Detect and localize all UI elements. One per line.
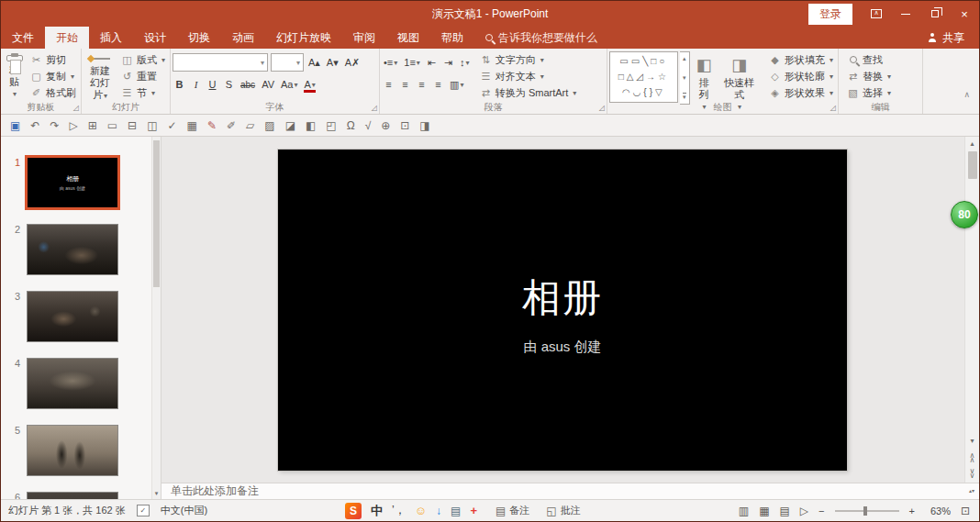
qat-pen-button[interactable]: ✎ xyxy=(207,120,217,131)
normal-view-button[interactable]: ▥ xyxy=(739,505,749,517)
qat-insert-picture-button[interactable]: ▨ xyxy=(264,120,274,131)
qat-equation-button[interactable]: √ xyxy=(365,120,372,131)
bold-button[interactable]: B xyxy=(173,76,186,93)
slide-editor-area[interactable]: 相册 由 asus 创建 xyxy=(161,137,964,483)
tab-slideshow[interactable]: 幻灯片放映 xyxy=(265,27,342,49)
virtual-keyboard-icon[interactable]: ▤ xyxy=(451,505,461,517)
dialog-launcher-icon[interactable]: ◿ xyxy=(372,105,377,112)
notes-pane[interactable]: 单击此处添加备注 ▴▾ xyxy=(161,483,979,499)
thumbnail-scrollbar[interactable]: ▾ xyxy=(151,137,161,499)
qat-print-button[interactable]: ⊟ xyxy=(128,120,137,131)
zoom-in-button[interactable]: + xyxy=(909,505,915,516)
share-button[interactable]: 共享 xyxy=(913,27,979,49)
slide-thumbnail-3[interactable] xyxy=(27,291,118,342)
align-right-button[interactable]: ≡ xyxy=(415,76,429,93)
replace-button[interactable]: ⇄替换▾ xyxy=(844,68,894,84)
slide-thumbnail-2[interactable] xyxy=(27,224,118,275)
shape-fill-button[interactable]: ◆形状填充▾ xyxy=(766,51,836,68)
slide-thumbnail-5[interactable] xyxy=(27,425,118,476)
font-name-combo[interactable]: ▾ xyxy=(173,53,268,72)
tell-me-search[interactable]: 告诉我你想要做什么 xyxy=(474,27,608,49)
text-direction-button[interactable]: ⇅文字方向▾ xyxy=(477,51,579,68)
zoom-out-button[interactable]: − xyxy=(819,505,824,516)
floating-badge[interactable]: 80 xyxy=(951,201,978,228)
scrollbar-thumb[interactable] xyxy=(968,151,977,179)
strikethrough-button[interactable]: abc xyxy=(239,76,257,93)
slide-counter[interactable]: 幻灯片 第 1 张，共 162 张 xyxy=(8,504,126,517)
font-size-combo[interactable]: ▾ xyxy=(271,53,304,72)
qat-highlighter-button[interactable]: ✐ xyxy=(227,120,236,131)
zoom-level[interactable]: 63% xyxy=(925,505,951,516)
dialog-launcher-icon[interactable]: ◿ xyxy=(830,105,836,112)
download-skin-icon[interactable]: ↓ xyxy=(436,505,441,517)
qat-header-footer-button[interactable]: ◰ xyxy=(326,120,336,131)
vertical-scrollbar[interactable]: ▴ ▾ ∧∧ ∨∨ xyxy=(964,137,979,483)
scroll-down-icon[interactable]: ▾ xyxy=(152,490,161,497)
tab-animations[interactable]: 动画 xyxy=(221,27,265,49)
font-color-button[interactable]: A▾ xyxy=(302,76,317,93)
grow-font-button[interactable]: A▴ xyxy=(306,54,322,71)
reading-view-button[interactable]: ▤ xyxy=(779,505,789,517)
slide-canvas[interactable]: 相册 由 asus 创建 xyxy=(278,150,847,471)
gallery-more-icon[interactable]: ▾ xyxy=(683,93,686,101)
comments-toggle[interactable]: ◱批注 xyxy=(546,504,580,517)
collapse-ribbon-button[interactable]: ∧ xyxy=(963,90,970,99)
find-button[interactable]: 查找 xyxy=(844,51,894,68)
qat-eraser-button[interactable]: ▱ xyxy=(246,120,254,131)
scroll-up-icon[interactable]: ▴ xyxy=(965,139,979,150)
tab-transitions[interactable]: 切换 xyxy=(177,27,221,49)
clear-formatting-button[interactable]: A✗ xyxy=(343,54,362,71)
qat-symbol-button[interactable]: Ω xyxy=(347,120,355,131)
chinese-mode-icon[interactable]: 中 xyxy=(371,503,383,519)
previous-slide-button[interactable]: ∧∧ xyxy=(968,453,977,462)
dialog-launcher-icon[interactable]: ◿ xyxy=(599,105,605,112)
tab-insert[interactable]: 插入 xyxy=(89,27,133,49)
shape-effects-button[interactable]: ◈形状效果▾ xyxy=(766,85,836,102)
qat-arrange-window-button[interactable]: ◨ xyxy=(419,120,429,131)
shapes-gallery[interactable]: ▭▭╲□○ □△◿→☆ ◠◡{}▽ xyxy=(609,51,678,103)
qat-open-button[interactable]: ▭ xyxy=(107,120,117,131)
quick-styles-button[interactable]: ◨ 快速样式▾ xyxy=(718,51,761,102)
qat-new-slide-button[interactable]: ⊞ xyxy=(88,120,97,131)
qat-start-slideshow-button[interactable]: ▷ xyxy=(69,120,77,131)
zoom-slider-thumb[interactable] xyxy=(863,506,867,516)
slide-thumbnail-pane[interactable]: 1 相册 由 asus 创建 2 3 4 5 xyxy=(1,137,161,499)
section-button[interactable]: ☰节▾ xyxy=(118,85,168,102)
qat-insert-chart-button[interactable]: ◪ xyxy=(285,120,295,131)
columns-button[interactable]: ▥▾ xyxy=(448,76,465,93)
sogou-logo-icon[interactable]: S xyxy=(345,503,362,519)
ribbon-display-options-button[interactable] xyxy=(862,1,891,27)
slide-thumbnail-6[interactable] xyxy=(27,492,118,499)
scrollbar-thumb[interactable] xyxy=(153,140,160,287)
slide-thumbnail-4[interactable] xyxy=(27,358,118,409)
shrink-font-button[interactable]: A▾ xyxy=(325,54,340,71)
emoji-picker-icon[interactable]: ☺ xyxy=(415,504,427,517)
zoom-slider[interactable] xyxy=(835,510,899,512)
minimize-button[interactable] xyxy=(891,1,920,27)
tab-home[interactable]: 开始 xyxy=(45,27,89,49)
paste-button[interactable]: 粘贴▾ xyxy=(3,51,26,102)
spellcheck-icon[interactable]: ✓ xyxy=(137,505,150,516)
copy-button[interactable]: ▢复制▾ xyxy=(28,68,79,84)
format-painter-button[interactable]: ✐格式刷 xyxy=(28,85,79,102)
dialog-launcher-icon[interactable]: ◿ xyxy=(73,105,79,112)
text-shadow-button[interactable]: S xyxy=(222,76,236,93)
qat-print-preview-button[interactable]: ◫ xyxy=(147,120,157,131)
numbering-button[interactable]: 1≡▾ xyxy=(402,54,422,71)
convert-smartart-button[interactable]: ⇄转换为 SmartArt▾ xyxy=(477,85,579,102)
arrange-button[interactable]: ◧ 排列▾ xyxy=(692,51,716,102)
language-indicator[interactable]: 中文(中国) xyxy=(161,504,207,517)
new-slide-button[interactable]: 新建 幻灯片▾ xyxy=(84,51,117,102)
slide-title-text[interactable]: 相册 xyxy=(278,272,847,324)
login-button[interactable]: 登录 xyxy=(808,4,852,25)
slide-sorter-view-button[interactable]: ▦ xyxy=(759,505,769,517)
increase-indent-button[interactable]: ⇥ xyxy=(441,54,455,71)
shapes-row[interactable]: ◠◡{}▽ xyxy=(613,86,674,99)
align-center-button[interactable]: ≡ xyxy=(398,76,412,93)
shapes-row[interactable]: □△◿→☆ xyxy=(613,71,674,83)
gallery-down-icon[interactable]: ▾ xyxy=(683,74,686,82)
qat-fit-window-button[interactable]: ⊡ xyxy=(400,120,409,131)
underline-button[interactable]: U xyxy=(206,76,219,93)
qat-zoom-button[interactable]: ⊕ xyxy=(381,120,390,131)
qat-spelling-button[interactable]: ✓ xyxy=(168,120,177,131)
